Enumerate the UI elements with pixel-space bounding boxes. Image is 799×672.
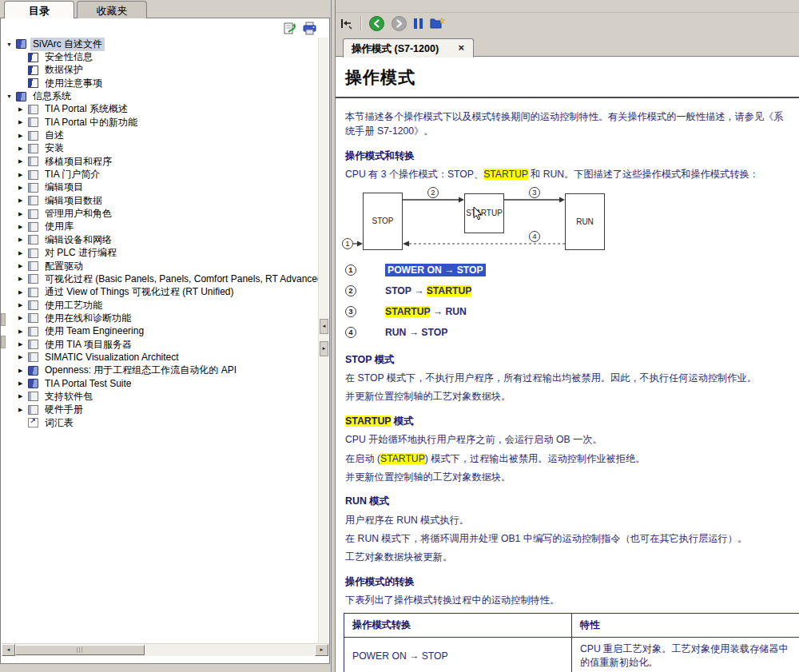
tree-item[interactable]: 编辑设备和网络 — [6, 233, 318, 246]
tree-item-label[interactable]: 编辑项目数据 — [42, 194, 105, 208]
tree-item-label[interactable]: 自述 — [42, 129, 66, 142]
expander-icon[interactable] — [18, 354, 27, 360]
add-favorite-icon[interactable]: ★ — [430, 17, 443, 30]
contents-panel-tab[interactable]: 目录 — [4, 1, 74, 18]
window-edge-handle[interactable] — [1, 336, 6, 348]
expander-icon[interactable] — [18, 224, 27, 230]
back-icon[interactable] — [369, 16, 384, 31]
tree-item-label[interactable]: 使用注意事项 — [42, 77, 105, 90]
locate-topic-icon[interactable] — [283, 22, 296, 35]
expander-icon[interactable] — [18, 237, 27, 243]
tree-item[interactable]: 信息系统 — [6, 89, 318, 102]
tree-item-label[interactable]: 支持软件包 — [42, 390, 95, 404]
tree-item-label[interactable]: 使用工艺功能 — [42, 299, 105, 312]
expander-icon[interactable] — [18, 172, 27, 178]
tree-item-label[interactable]: Openness: 用于工程组态工作流自动化的 API — [42, 364, 239, 377]
expander-icon[interactable] — [18, 197, 27, 204]
tree-item[interactable]: 使用库 — [6, 221, 318, 233]
tree-item-label[interactable]: 编辑项目 — [42, 181, 85, 194]
expander-icon[interactable] — [18, 393, 27, 400]
expander-icon[interactable] — [18, 185, 27, 191]
tree-item-label[interactable]: 移植项目和程序 — [42, 155, 114, 169]
tree-item-label[interactable]: 使用在线和诊断功能 — [42, 312, 133, 325]
tree-item[interactable]: SiVArc 自述文件 — [6, 38, 318, 50]
expander-icon[interactable] — [18, 289, 27, 296]
close-icon[interactable]: × — [458, 42, 464, 54]
expander-icon[interactable] — [18, 368, 27, 374]
tree-item[interactable]: 词汇表 — [6, 416, 318, 429]
tree-item[interactable]: SIMATIC Visualization Architect — [6, 351, 318, 364]
expander-icon[interactable] — [18, 302, 27, 308]
topic-tab[interactable]: 操作模式 (S7-1200) × — [343, 38, 474, 58]
expander-icon[interactable] — [18, 211, 27, 217]
expander-icon[interactable] — [18, 158, 27, 165]
tree-item-label[interactable]: TIA Portal Test Suite — [42, 378, 134, 389]
splitter-collapse-right-icon[interactable]: ► — [320, 341, 328, 356]
tree-item[interactable]: TIA Portal Test Suite — [6, 377, 318, 390]
expander-icon[interactable] — [18, 119, 27, 125]
tree-item-label[interactable]: 配置驱动 — [42, 260, 85, 273]
expander-icon[interactable] — [18, 145, 27, 152]
forward-icon[interactable] — [392, 16, 407, 31]
expander-icon[interactable] — [6, 42, 15, 47]
expander-icon[interactable] — [18, 133, 27, 139]
tree-horizontal-scrollbar[interactable]: ◄ ► — [2, 643, 328, 656]
bookmarks-icon[interactable] — [414, 18, 423, 29]
tree-item[interactable]: 使用 TIA 项目服务器 — [6, 338, 318, 351]
expander-icon[interactable] — [18, 315, 27, 321]
tree-item[interactable]: 支持软件包 — [6, 390, 318, 403]
tree-item-label[interactable]: 安全性信息 — [42, 50, 95, 64]
expander-icon[interactable] — [18, 250, 27, 256]
tree-item[interactable]: 安全性信息 — [6, 50, 318, 63]
dock-panel-icon[interactable] — [340, 17, 353, 30]
print-icon[interactable] — [303, 22, 316, 35]
expander-icon[interactable] — [6, 93, 15, 99]
expander-icon[interactable] — [18, 341, 27, 348]
tree-item-label[interactable]: 通过 View of Things 可视化过程 (RT Unified) — [42, 285, 237, 299]
tree-item-label[interactable]: 使用 Team Engineering — [42, 324, 146, 338]
tree-item[interactable]: TIA Portal 中的新功能 — [6, 116, 318, 129]
scroll-right-icon[interactable]: ► — [315, 644, 328, 656]
tree-item[interactable]: 使用 Team Engineering — [6, 325, 318, 338]
tree-item-label[interactable]: TIA Portal 中的新功能 — [42, 116, 140, 129]
tree-item[interactable]: 管理用户和角色 — [6, 207, 318, 220]
tree-item[interactable]: 编辑项目数据 — [6, 194, 318, 207]
expander-icon[interactable] — [18, 106, 27, 113]
expander-icon[interactable] — [18, 407, 27, 413]
tree-item-label[interactable]: 使用 TIA 项目服务器 — [42, 338, 134, 352]
tree-item[interactable]: 可视化过程 (Basic Panels, Panels, Comfort Pan… — [6, 272, 318, 285]
tree-item-label[interactable]: 数据保护 — [42, 63, 85, 77]
tree-item[interactable]: TIA Portal 系统概述 — [6, 103, 318, 116]
expander-icon[interactable] — [18, 263, 27, 269]
scrollbar-thumb[interactable] — [15, 645, 145, 655]
tree-item[interactable]: 使用工艺功能 — [6, 299, 318, 312]
tree-item[interactable]: 编辑项目 — [6, 181, 318, 194]
tree-item-label[interactable]: 信息系统 — [30, 89, 74, 103]
tree-item[interactable]: 使用在线和诊断功能 — [6, 312, 318, 324]
tree-item[interactable]: 通过 View of Things 可视化过程 (RT Unified) — [6, 286, 318, 299]
tree-item[interactable]: 安装 — [6, 142, 318, 155]
tree-item-label[interactable]: 编辑设备和网络 — [42, 233, 114, 247]
tree-item[interactable]: 移植项目和程序 — [6, 155, 318, 168]
expander-icon[interactable] — [18, 276, 27, 282]
tree-item-label[interactable]: SiVArc 自述文件 — [30, 38, 105, 51]
tree-item[interactable]: 硬件手册 — [6, 404, 318, 416]
contents-panel-tab[interactable]: 收藏夹 — [77, 1, 147, 18]
tree-item[interactable]: 配置驱动 — [6, 260, 318, 272]
tree-item[interactable]: Openness: 用于工程组态工作流自动化的 API — [6, 364, 318, 377]
tree-item-label[interactable]: 安装 — [42, 141, 66, 155]
tree-item[interactable]: 对 PLC 进行编程 — [6, 247, 318, 260]
scroll-left-icon[interactable]: ◄ — [2, 644, 15, 656]
tree-item[interactable]: 数据保护 — [6, 64, 318, 77]
tree-item-label[interactable]: 可视化过程 (Basic Panels, Panels, Comfort Pan… — [42, 272, 318, 286]
splitter-collapse-left-icon[interactable]: ◄ — [320, 319, 328, 334]
window-edge-handle[interactable] — [1, 313, 6, 326]
tree-item-label[interactable]: 词汇表 — [42, 416, 76, 430]
tree-item-label[interactable]: 硬件手册 — [42, 403, 85, 416]
tree-item-label[interactable]: 使用库 — [42, 220, 76, 233]
expander-icon[interactable] — [18, 328, 27, 335]
tree-item[interactable]: 使用注意事项 — [6, 77, 318, 89]
expander-icon[interactable] — [18, 380, 27, 387]
tree-item-label[interactable]: 对 PLC 进行编程 — [42, 246, 119, 260]
tree-item-label[interactable]: 管理用户和角色 — [42, 207, 114, 221]
